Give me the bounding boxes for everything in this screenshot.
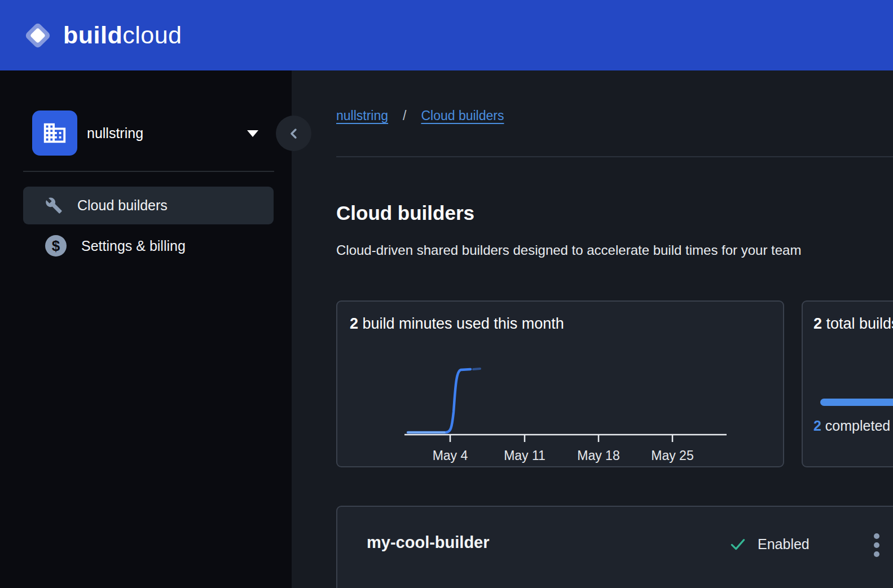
header-divider <box>336 156 893 157</box>
build-minutes-card: 2 build minutes used this month May 4 Ma… <box>336 300 784 467</box>
caret-down-icon <box>247 130 258 137</box>
total-builds-label: total builds this month <box>822 315 893 332</box>
sidebar-item-settings-billing[interactable]: $ Settings & billing <box>23 228 274 263</box>
completed-builds-value: 2 <box>813 418 821 434</box>
breadcrumb-link-cloud-builders[interactable]: Cloud builders <box>421 108 504 123</box>
kebab-icon <box>873 532 880 558</box>
sidebar-item-label: Settings & billing <box>81 238 186 254</box>
total-builds-value: 2 <box>813 315 822 332</box>
status-label: Enabled <box>758 536 810 552</box>
page-title: Cloud builders <box>336 202 474 224</box>
builder-card: my-cool-builder Enabled <box>336 506 893 588</box>
diamond-logo-icon <box>24 21 52 50</box>
wrench-icon <box>45 197 63 214</box>
sidebar-divider <box>23 171 274 172</box>
page-description: Cloud-driven shared builders designed to… <box>336 242 893 258</box>
completed-builds-label: completed <box>821 418 890 434</box>
completed-builds-line: 2 completed <box>813 418 890 434</box>
chevron-left-icon <box>286 126 302 142</box>
org-avatar <box>32 110 77 156</box>
chart-line <box>408 369 470 432</box>
app-header: buildcloud <box>0 0 893 70</box>
dollar-icon: $ <box>45 235 67 257</box>
brand-text: buildcloud <box>63 21 182 49</box>
x-tick-label: May 4 <box>433 448 468 463</box>
breadcrumb-separator: / <box>403 108 406 123</box>
sidebar: nullstring Cloud builders $ Settings & b… <box>0 70 292 588</box>
builder-status: Enabled <box>729 535 810 553</box>
check-icon <box>729 535 747 553</box>
building-icon <box>42 120 68 146</box>
brand-text-cloud: cloud <box>122 21 182 48</box>
main-content: nullstring / Cloud builders Cloud builde… <box>292 70 893 588</box>
sidebar-nav: Cloud builders $ Settings & billing <box>23 187 274 263</box>
breadcrumb: nullstring / Cloud builders <box>336 108 504 123</box>
chart-line-tail <box>473 369 480 369</box>
kebab-menu-button[interactable] <box>865 532 888 559</box>
total-builds-card: 2 total builds this month 2 completed <box>802 300 893 467</box>
sidebar-item-label: Cloud builders <box>77 197 168 214</box>
x-tick-label: May 18 <box>577 448 619 463</box>
build-minutes-chart: May 4 May 11 May 18 May 25 <box>337 302 783 466</box>
builder-name: my-cool-builder <box>367 533 490 552</box>
org-selector[interactable]: nullstring <box>32 110 269 156</box>
sidebar-item-cloud-builders[interactable]: Cloud builders <box>23 187 274 224</box>
x-tick-label: May 11 <box>504 448 546 463</box>
org-name: nullstring <box>87 125 143 142</box>
x-tick-label: May 25 <box>651 448 693 463</box>
builds-progress-bar <box>820 399 893 406</box>
brand-text-build: build <box>63 21 122 48</box>
total-builds-title: 2 total builds this month <box>813 315 893 333</box>
buildcloud-logo: buildcloud <box>24 21 182 50</box>
breadcrumb-link-org[interactable]: nullstring <box>336 108 388 123</box>
collapse-sidebar-button[interactable] <box>276 116 311 151</box>
stats-cards-row: 2 build minutes used this month May 4 Ma… <box>336 300 893 467</box>
